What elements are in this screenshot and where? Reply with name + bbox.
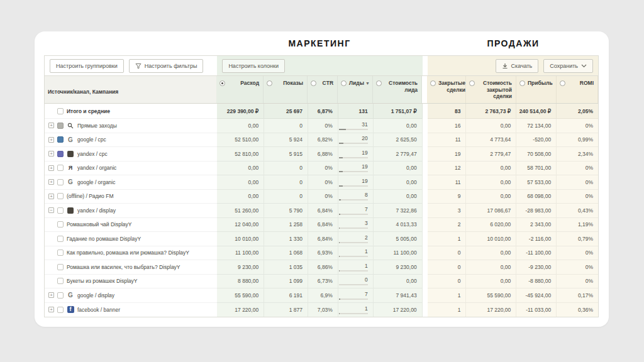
- column-header-прибыль[interactable]: Прибыль: [516, 76, 557, 103]
- leads-bar-track: [339, 214, 368, 215]
- row-checkbox[interactable]: [57, 278, 64, 284]
- expand-plus-icon[interactable]: +: [48, 151, 54, 156]
- expand-plus-icon[interactable]: +: [48, 307, 54, 312]
- cell-value: 0,00: [406, 278, 417, 284]
- row-checkbox[interactable]: [57, 179, 64, 185]
- row-label[interactable]: yandex / cpc: [77, 151, 108, 157]
- row-label[interactable]: Прямые заходы: [77, 123, 117, 129]
- column-header-лиды[interactable]: Лиды▼: [338, 76, 373, 103]
- deal-cost-cell: 0,00: [466, 260, 516, 275]
- leads-bar-track: [339, 199, 368, 200]
- cell-value: 0%: [586, 278, 593, 284]
- cell-value: 4 013,33: [396, 221, 417, 228]
- row-label[interactable]: Ромашка или василек, что выбрать? Displa…: [67, 264, 180, 270]
- chevron-down-icon: [581, 64, 587, 68]
- column-header-расход[interactable]: Расход: [216, 76, 264, 103]
- row-label[interactable]: Букеты из ромашек DisplayY: [67, 278, 137, 284]
- leads-bar-track: [339, 270, 368, 272]
- lead-cost-cell: 9 230,00: [374, 260, 423, 275]
- row-checkbox[interactable]: [57, 193, 64, 199]
- column-header-закрытые-сделки[interactable]: Закрытые сделки: [427, 76, 466, 103]
- row-checkbox[interactable]: [57, 207, 64, 214]
- column-header-стоимость-лида[interactable]: Стоимость лида: [373, 76, 422, 103]
- sort-descending-icon[interactable]: ▼: [365, 81, 370, 85]
- cell-value: 1: [365, 305, 368, 312]
- row-label[interactable]: facebook / banner: [77, 307, 120, 313]
- table-row: Гадание по ромашке DisplayY10 010,001 33…: [45, 232, 598, 246]
- column-header-ctr[interactable]: CTR: [308, 76, 338, 103]
- cell-value: 6,9%: [321, 292, 333, 299]
- row-label[interactable]: yandex / organic: [77, 165, 116, 171]
- row-checkbox[interactable]: [57, 292, 64, 299]
- ctr-cell: 6,82%: [308, 133, 338, 148]
- row-checkbox[interactable]: [57, 165, 64, 171]
- cell-value: 55 590,00: [487, 292, 511, 299]
- radio-icon[interactable]: [519, 80, 525, 86]
- cell-value: 6 020,00: [490, 221, 511, 228]
- radio-icon[interactable]: [267, 80, 272, 86]
- column-header-стоимость-закрытой-сделки[interactable]: Стоимость закрытой сделки: [466, 76, 516, 103]
- row-label[interactable]: Гадание по ромашке DisplayY: [67, 236, 141, 242]
- row-label[interactable]: Как правильно, ромашка или рюмашка? Disp…: [67, 250, 189, 256]
- radio-icon[interactable]: [560, 80, 565, 86]
- column-header-label: Показы: [275, 80, 303, 103]
- cell-value: 5 005,00: [396, 236, 417, 242]
- cell-value: 0,00: [501, 278, 511, 284]
- cell-value: 0,00: [501, 250, 511, 256]
- column-header-label: Расход: [228, 80, 259, 103]
- cell-value: 1 035: [289, 264, 303, 270]
- ctr-cell: 6,84%: [308, 204, 338, 218]
- row-label[interactable]: (offline) / Радио FM: [67, 193, 113, 199]
- cell-value: 0: [458, 278, 461, 284]
- row-checkbox[interactable]: [57, 236, 64, 242]
- expand-plus-icon[interactable]: +: [48, 194, 54, 199]
- cell-value: 11 100,00: [235, 250, 258, 256]
- collapse-minus-icon[interactable]: −: [48, 207, 54, 213]
- row-checkbox[interactable]: [57, 108, 64, 114]
- column-header-показы[interactable]: Показы: [264, 76, 308, 103]
- leads-cell: 1: [338, 260, 374, 275]
- expand-plus-icon[interactable]: +: [48, 137, 54, 143]
- cell-value: 7,03%: [318, 307, 333, 313]
- yandex-direct-icon: [67, 207, 74, 214]
- profit-cell: -45 924,00: [516, 288, 557, 303]
- profit-cell: 70 508,00: [516, 147, 557, 162]
- radio-selected-icon[interactable]: [219, 80, 225, 86]
- download-icon: [502, 63, 508, 69]
- configure-groupings-button[interactable]: Настроить группировки: [50, 59, 124, 73]
- cell-value: 5 915: [289, 151, 303, 157]
- row-checkbox[interactable]: [57, 250, 64, 256]
- radio-icon[interactable]: [430, 80, 436, 86]
- row-checkbox[interactable]: [57, 136, 64, 143]
- expand-plus-icon[interactable]: +: [48, 123, 54, 128]
- row-checkbox[interactable]: [57, 307, 64, 313]
- marketing-section-title: МАРКЕТИНГ: [288, 38, 350, 48]
- radio-icon[interactable]: [469, 80, 475, 86]
- row-checkbox[interactable]: [57, 221, 64, 228]
- row-label[interactable]: google / organic: [77, 179, 116, 185]
- leads-cell: 0: [338, 275, 374, 289]
- row-label[interactable]: Ромашковый чай DisplayY: [67, 221, 132, 228]
- radio-icon[interactable]: [341, 80, 347, 86]
- section-divider: [423, 190, 428, 204]
- expand-plus-icon[interactable]: +: [48, 165, 54, 171]
- radio-icon[interactable]: [376, 80, 382, 86]
- configure-columns-button[interactable]: Настроить колонки: [222, 59, 285, 73]
- cell-value: 0,99%: [578, 136, 593, 143]
- row-checkbox[interactable]: [57, 151, 64, 157]
- row-label[interactable]: google / cpc: [77, 136, 106, 143]
- row-checkbox[interactable]: [57, 264, 64, 270]
- save-button[interactable]: Сохранить: [543, 59, 593, 73]
- cell-value: 11 100,00: [393, 250, 416, 256]
- row-label[interactable]: yandex / display: [77, 207, 116, 214]
- row-checkbox[interactable]: [57, 123, 64, 129]
- row-label[interactable]: google / display: [77, 292, 114, 299]
- cell-value: 31: [362, 121, 367, 128]
- column-header-romi[interactable]: ROMI: [557, 76, 598, 103]
- row-label[interactable]: Итого и средние: [67, 108, 110, 114]
- radio-icon[interactable]: [311, 80, 316, 86]
- configure-filters-button[interactable]: Настроить фильтры: [129, 59, 204, 73]
- download-button[interactable]: Скачать: [496, 59, 539, 73]
- expand-plus-icon[interactable]: +: [48, 179, 54, 185]
- expand-plus-icon[interactable]: +: [48, 292, 54, 298]
